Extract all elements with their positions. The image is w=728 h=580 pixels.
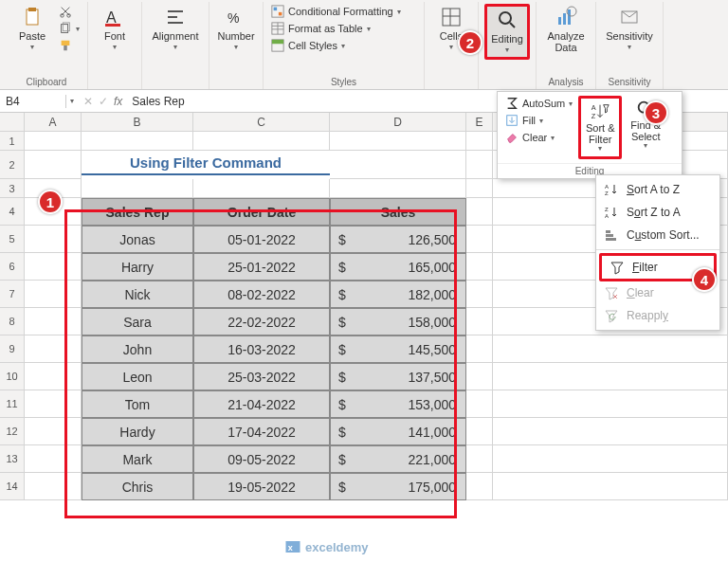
group-clipboard: Paste▾ ▾ Clipboard [6,2,88,89]
format-painter-button[interactable] [57,38,82,53]
row-head[interactable]: 3 [0,179,25,198]
sensitivity-icon [618,6,641,28]
cell-rep[interactable]: Jonas [82,226,193,253]
cell-rep[interactable]: Mark [82,445,193,473]
cell-rep[interactable]: Chris [82,473,193,500]
cell-sales[interactable]: $175,000 [330,473,466,500]
svg-text:Z: Z [605,207,609,212]
editing-button[interactable]: Editing▾ [484,4,530,60]
cell-sales[interactable]: $141,000 [330,418,466,445]
row-head[interactable]: 13 [0,445,25,473]
conditional-formatting-button[interactable]: Conditional Formatting▾ [269,4,403,19]
row-head[interactable]: 7 [0,281,25,308]
sort-az-item[interactable]: AZSSort A to Zort A to Z [596,178,719,201]
svg-rect-1 [28,8,36,11]
cell-date[interactable]: 21-04-2022 [193,390,330,418]
reapply-item: Reapply [596,304,719,327]
table-header-rep[interactable]: Sales Rep [82,198,193,226]
cell-date[interactable]: 09-05-2022 [193,445,330,473]
cell-sales[interactable]: $221,000 [330,445,466,473]
cell-sales[interactable]: $153,000 [330,390,466,418]
cell-sales[interactable]: $158,000 [330,308,466,335]
sigma-icon [505,97,519,110]
cell-rep[interactable]: Leon [82,363,193,390]
cell-date[interactable]: 16-03-2022 [193,335,330,363]
callout-4: 4 [692,267,717,292]
cell-date[interactable]: 25-01-2022 [193,253,330,281]
sort-filter-icon: AZ [590,101,610,122]
name-box[interactable]: B4 [0,95,66,108]
callout-2: 2 [458,30,482,55]
cell-date[interactable]: 19-05-2022 [193,473,330,500]
alignment-button[interactable]: Alignment▾ [148,4,203,54]
cell-date[interactable]: 25-03-2022 [193,363,330,390]
cancel-icon[interactable]: ✕ [83,95,93,108]
col-head-e[interactable]: E [466,113,493,132]
fill-button[interactable]: Fill▾ [501,113,576,128]
col-head-a[interactable]: A [25,113,82,132]
col-head-c[interactable]: C [193,113,330,132]
table-header-sales[interactable]: Sales [330,198,466,226]
autosum-button[interactable]: AutoSum▾ [501,96,576,111]
cell-rep[interactable]: Nick [82,281,193,308]
number-button[interactable]: %Number▾ [215,4,257,54]
cell-date[interactable]: 17-04-2022 [193,418,330,445]
group-analysis: Analyze Data Analysis [537,2,596,89]
confirm-icon[interactable]: ✓ [99,95,108,108]
sort-za-icon: ZA [604,205,619,220]
row-head[interactable]: 11 [0,390,25,418]
row-head[interactable]: 4 [0,198,25,226]
cut-button[interactable] [57,4,82,19]
svg-point-18 [500,12,511,24]
row-head[interactable]: 6 [0,253,25,281]
row-head[interactable]: 10 [0,363,25,390]
copy-button[interactable]: ▾ [57,21,82,36]
clear-button[interactable]: Clear▾ [501,130,576,145]
sort-za-item[interactable]: ZASort Z to A [596,201,719,224]
font-button[interactable]: AFont▾ [94,4,136,54]
row-head[interactable]: 12 [0,418,25,445]
cell-sales[interactable]: $182,000 [330,281,466,308]
svg-rect-0 [27,9,38,25]
formula-input[interactable] [128,93,278,110]
row-head[interactable]: 9 [0,335,25,363]
custom-sort-item[interactable]: Custom Sort... [596,224,719,246]
cell-styles-button[interactable]: Cell Styles▾ [269,38,403,53]
sort-filter-button[interactable]: AZ Sort & Filter▾ [578,96,622,159]
cell-rep[interactable]: John [82,335,193,363]
cell-rep[interactable]: Harry [82,253,193,281]
svg-rect-19 [558,17,561,25]
cell-rep[interactable]: Tom [82,390,193,418]
cell-date[interactable]: 08-02-2022 [193,281,330,308]
cells-icon [440,6,463,28]
cell-styles-icon [271,39,284,52]
svg-rect-20 [563,13,566,25]
fx-icon[interactable]: fx [114,95,122,108]
cell-sales[interactable]: $165,000 [330,253,466,281]
cell-sales[interactable]: $145,500 [330,335,466,363]
cell-rep[interactable]: Sara [82,308,193,335]
row-head[interactable]: 14 [0,473,25,500]
row-head[interactable]: 8 [0,308,25,335]
cell-date[interactable]: 22-02-2022 [193,308,330,335]
paste-button[interactable]: Paste▾ [11,4,53,54]
analyze-data-button[interactable]: Analyze Data [542,4,590,55]
logo-icon: x [284,538,301,555]
cell-sales[interactable]: $137,500 [330,363,466,390]
select-all-corner[interactable] [0,113,25,132]
cell-rep[interactable]: Hardy [82,418,193,445]
cell-sales[interactable]: $126,500 [330,226,466,253]
callout-3: 3 [644,100,668,125]
watermark: x exceldemy [284,538,369,555]
col-head-b[interactable]: B [82,113,193,132]
sensitivity-button[interactable]: Sensitivity▾ [602,4,657,54]
group-alignment: Alignment▾ [142,2,209,89]
table-header-date[interactable]: Order Date [193,198,330,226]
cell-date[interactable]: 05-01-2022 [193,226,330,253]
col-head-d[interactable]: D [330,113,466,132]
row-head[interactable]: 5 [0,226,25,253]
row-head[interactable]: 1 [0,132,25,151]
format-as-table-button[interactable]: Format as Table▾ [269,21,403,36]
row-head[interactable]: 2 [0,151,25,179]
brush-icon [59,39,72,52]
